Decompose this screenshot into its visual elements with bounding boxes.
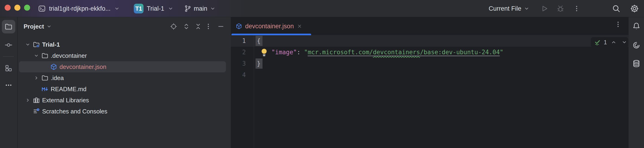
select-opened-file-icon[interactable] (170, 23, 177, 30)
more-tool-windows-button[interactable] (5, 81, 12, 89)
right-tool-stripe (628, 17, 644, 148)
line-number: 2 (231, 47, 246, 58)
database-icon (632, 59, 640, 68)
line-number: 4 (231, 69, 246, 81)
tree-item-external-libraries[interactable]: External Libraries (18, 95, 231, 106)
commit-tool-window-button[interactable] (5, 41, 12, 49)
stripe-divider (3, 56, 14, 57)
tree-item-devcontainer-folder[interactable]: .devcontainer (18, 50, 231, 61)
database-button[interactable] (632, 59, 640, 68)
project-folder-icon (33, 41, 40, 48)
code-line-2[interactable]: "image": "mcr.microsoft.com/devcontainer… (257, 47, 503, 58)
tree-item-label: README.md (51, 86, 86, 93)
branch-name: main (194, 5, 208, 12)
project-view-selector[interactable]: Project (24, 17, 52, 36)
folder-icon (5, 23, 12, 31)
inspection-count: 1 (604, 39, 607, 46)
tree-item-readme[interactable]: README.md (18, 83, 231, 95)
project-panel: Project (18, 17, 231, 148)
folder-icon (42, 52, 48, 59)
tree-item-devcontainer-json[interactable]: devcontainer.json (18, 61, 231, 72)
settings-gear-icon[interactable] (630, 4, 639, 13)
tree-item-label: Scratches and Consoles (42, 108, 108, 115)
project-widget[interactable]: T1 Trial-1 (134, 0, 174, 17)
vcs-branch-widget[interactable]: main (184, 0, 216, 17)
chevron-expanded-icon[interactable] (33, 52, 40, 59)
project-name: Trial-1 (147, 5, 164, 12)
structure-icon (5, 64, 12, 72)
more-options-icon[interactable] (573, 5, 580, 12)
notifications-button[interactable] (632, 22, 640, 30)
tree-item-label: .devcontainer (51, 52, 87, 59)
inspections-widget[interactable]: 1 (591, 37, 628, 47)
project-tool-window-button[interactable] (2, 20, 15, 33)
window-title-widget[interactable]: trial1git-rdjkpn-ekkfo... (38, 0, 120, 17)
tree-item-scratches[interactable]: Scratches and Consoles (18, 106, 231, 117)
editor-pane: devcontainer.json 1 2 3 4 { "image": "mc… (231, 17, 628, 148)
terminal-window-icon (38, 5, 46, 12)
ai-assistant-swirl-icon (632, 41, 640, 49)
panel-options-icon[interactable] (205, 23, 212, 30)
json-colon: : (297, 49, 304, 56)
window-minimize-button[interactable] (14, 5, 20, 11)
tree-item-label: Trial-1 (42, 41, 60, 48)
left-tool-stripe (0, 17, 17, 148)
inspection-check-icon (594, 39, 601, 46)
ai-assistant-button[interactable] (632, 41, 640, 49)
debug-icon[interactable] (556, 5, 564, 13)
editor-tab-devcontainer-json[interactable]: devcontainer.json (232, 17, 306, 35)
run-configuration-label: Current File (489, 5, 521, 12)
markdown-file-icon (42, 86, 48, 93)
chevron-down-icon (210, 6, 216, 12)
search-everywhere-icon[interactable] (612, 5, 620, 13)
next-problem-icon[interactable] (621, 39, 627, 45)
string-quote: " (304, 49, 308, 56)
string-typo[interactable]: devcontainers (373, 49, 420, 56)
devcontainer-cube-icon (236, 23, 242, 30)
git-branch-icon (184, 5, 192, 12)
project-avatar-badge: T1 (134, 4, 144, 14)
libraries-icon (33, 97, 40, 104)
line-number: 3 (231, 58, 246, 69)
chevron-collapsed-icon[interactable] (24, 97, 31, 103)
window-title: trial1git-rdjkpn-ekkfo... (49, 5, 111, 12)
run-configuration-selector[interactable]: Current File (489, 0, 530, 17)
close-tab-icon[interactable] (297, 24, 302, 29)
chevron-down-icon (46, 24, 52, 29)
project-panel-header: Project (18, 17, 231, 36)
chevron-collapsed-icon[interactable] (33, 75, 40, 81)
chevron-down-icon (168, 6, 174, 12)
commit-icon (5, 41, 12, 49)
window-close-button[interactable] (5, 5, 11, 11)
line-number: 1 (231, 35, 246, 47)
structure-tool-window-button[interactable] (5, 64, 12, 72)
window-zoom-button[interactable] (24, 5, 30, 11)
string-quote: " (500, 49, 504, 56)
intention-bulb-icon[interactable] (260, 48, 268, 57)
json-key: "image" (272, 49, 297, 56)
string-link[interactable]: mcr.microsoft.com/ (308, 49, 373, 56)
tree-item-trial-1[interactable]: Trial-1 (18, 39, 231, 50)
gutter-separator (254, 35, 254, 148)
chevron-spacer (33, 86, 40, 92)
ellipsis-icon (5, 81, 12, 89)
tree-item-idea-folder[interactable]: .idea (18, 72, 231, 83)
tab-label: devcontainer.json (245, 23, 294, 30)
active-tab-indicator (232, 34, 311, 35)
chevron-spacer (24, 108, 31, 115)
chevron-expanded-icon[interactable] (24, 41, 31, 48)
chevron-down-icon (114, 6, 120, 12)
code-line-3[interactable]: } (257, 58, 261, 69)
devcontainer-cube-icon (50, 63, 57, 70)
string-link[interactable]: /base:dev-ubuntu-24.04 (420, 49, 500, 56)
editor-options-icon[interactable] (614, 21, 622, 28)
tree-item-label: .idea (51, 74, 64, 82)
expand-all-icon[interactable] (183, 23, 190, 30)
code-line-1[interactable]: { (257, 35, 261, 47)
bell-icon (632, 22, 640, 30)
hide-panel-icon[interactable] (217, 23, 224, 30)
tree-item-label: External Libraries (42, 97, 89, 104)
collapse-all-icon[interactable] (195, 23, 202, 30)
run-icon[interactable] (540, 5, 548, 13)
previous-problem-icon[interactable] (611, 39, 617, 45)
